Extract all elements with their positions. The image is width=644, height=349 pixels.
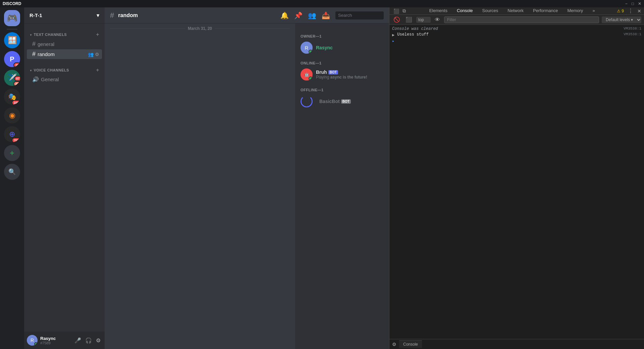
find-server-button[interactable]: 🔍 xyxy=(4,164,20,180)
channel-header: # random 🔔 📌 👥 📥 Search xyxy=(105,7,389,23)
text-channels-category[interactable]: TEXT CHANNELS + xyxy=(24,26,105,39)
devtools-more-options[interactable]: ⋮ xyxy=(628,8,633,14)
member-avatar-bruh: 🤖 xyxy=(301,68,313,81)
devtools-title-tabs: Elements Console Sources Network Perform… xyxy=(425,6,600,16)
messages-area: March 31, 20 xyxy=(105,23,295,349)
search-placeholder: Search xyxy=(338,13,352,18)
server-list-divider xyxy=(7,29,17,30)
server-icon-purple[interactable]: P 38 xyxy=(4,51,20,67)
close-button[interactable]: ✕ xyxy=(638,1,641,6)
content-area: March 31, 20 OWNER—1 R Rasync xyxy=(105,23,389,349)
channel-name-general: general xyxy=(38,41,54,47)
devtools-dock-button[interactable]: ⬛ xyxy=(392,8,400,14)
server-icon-discord-home[interactable]: 🎮 xyxy=(4,10,20,26)
console-filter-input[interactable] xyxy=(444,16,599,23)
eye-button[interactable]: 👁 xyxy=(433,16,441,23)
deafen-button[interactable]: 🎧 xyxy=(84,336,93,345)
member-avatar-rasync: R xyxy=(301,42,313,54)
mute-button[interactable]: 🎤 xyxy=(73,336,83,345)
date-separator: March 31, 20 xyxy=(110,26,290,31)
context-select[interactable]: top xyxy=(416,17,431,23)
member-item-rasync[interactable]: R Rasync xyxy=(298,40,386,56)
console-prompt-symbol: ▸ xyxy=(392,39,394,44)
console-prompt-line[interactable]: ▸ xyxy=(389,38,644,44)
expand-triangle[interactable]: ▶ xyxy=(392,33,394,38)
clear-console-button[interactable]: 🚫 xyxy=(392,16,401,23)
server-icon-travel[interactable]: ✈️ 87 42 xyxy=(4,70,20,86)
members-panel: OWNER—1 R Rasync ONLINE—1 🤖 xyxy=(295,23,389,349)
add-server-button[interactable]: + xyxy=(4,145,20,161)
devtools-tab-elements[interactable]: Elements xyxy=(425,6,452,16)
server-icon-target[interactable]: ⊕ 703 xyxy=(4,126,20,142)
channel-item-voice-general[interactable]: 🔊 General xyxy=(27,75,102,84)
member-info-rasync: Rasync xyxy=(316,45,384,51)
voice-channel-name-general: General xyxy=(41,77,59,82)
channel-settings-button[interactable]: ⚙ xyxy=(95,52,99,57)
plus-icon: + xyxy=(10,148,14,158)
add-text-channel-button[interactable]: + xyxy=(96,32,99,38)
member-list-button[interactable]: 👥 xyxy=(308,11,316,19)
devtools-tab-sources[interactable]: Sources xyxy=(478,6,503,16)
date-separator-text: March 31, 20 xyxy=(188,26,212,31)
channel-header-name: random xyxy=(118,12,138,18)
user-settings-button[interactable]: ⚙ xyxy=(95,336,102,345)
server-icon-game[interactable]: 🎭 106 xyxy=(4,89,20,105)
member-item-basicbot[interactable]: BasicBot BOT xyxy=(298,93,386,109)
console-input-area[interactable] xyxy=(397,39,641,43)
hash-icon-random: # xyxy=(32,51,36,58)
member-item-bruh[interactable]: 🤖 Bruh BOT Playing async is the future! xyxy=(298,66,386,83)
minimize-button[interactable]: − xyxy=(625,1,628,6)
server-icon-windows[interactable]: 🪟 xyxy=(4,32,20,48)
devtools-tab-more[interactable]: » xyxy=(588,6,599,16)
devtools-tab-network[interactable]: Network xyxy=(503,6,528,16)
server-badge-87: 87 xyxy=(14,76,20,81)
devtools-tab-console[interactable]: Console xyxy=(452,6,478,16)
console-line-cleared: Console was cleared VM3538:1 xyxy=(389,26,644,32)
console-settings-icon[interactable]: ⚙ xyxy=(392,342,396,347)
server-badge-703: 703 xyxy=(12,138,20,142)
owner-category: OWNER—1 xyxy=(298,29,386,40)
channel-header-hash-icon: # xyxy=(110,11,114,20)
channel-sidebar: R-T-1 ▾ TEXT CHANNELS + # general # rand… xyxy=(24,7,105,349)
devtools-bottom-bar: ⚙ Console xyxy=(389,339,644,349)
devtools-undock-button[interactable]: ⧉ xyxy=(401,7,407,14)
channel-item-random[interactable]: # random 👥 ⚙ xyxy=(27,49,102,59)
notification-button[interactable]: 🔔 xyxy=(280,11,289,19)
basicbot-avatar-wrapper xyxy=(301,95,313,107)
log-level-select[interactable]: Default levels ▾ xyxy=(602,16,641,23)
manage-members-button[interactable]: 👥 xyxy=(88,52,94,57)
text-channels-label: TEXT CHANNELS xyxy=(34,33,67,37)
member-name-basicbot: BasicBot xyxy=(319,99,340,104)
inbox-button[interactable]: 📥 xyxy=(322,11,330,19)
server-badge-purple: 38 xyxy=(13,62,20,67)
console-bottom-tab[interactable]: Console xyxy=(399,340,422,348)
member-info-bruh: Bruh BOT Playing async is the future! xyxy=(316,69,384,80)
server-dropdown-icon: ▾ xyxy=(97,12,99,18)
inspect-button[interactable]: ⬛ xyxy=(404,16,414,23)
server-header[interactable]: R-T-1 ▾ xyxy=(24,7,105,23)
app-name: DISCORD xyxy=(3,1,21,6)
member-status-bruh xyxy=(309,77,313,81)
devtools-close-button[interactable]: ✕ xyxy=(637,8,641,14)
header-tools: 🔔 📌 👥 📥 Search xyxy=(280,11,384,19)
add-voice-channel-button[interactable]: + xyxy=(96,67,99,73)
channel-item-general[interactable]: # general xyxy=(27,39,102,49)
maximize-button[interactable]: □ xyxy=(632,1,634,6)
devtools-tab-memory[interactable]: Memory xyxy=(562,6,588,16)
user-area: R Rasync #7589 🎤 🎧 ⚙ xyxy=(24,332,105,349)
console-line-object[interactable]: ▶ Useless stuff VM3538:1 xyxy=(389,32,644,38)
server-badge-106: 106 xyxy=(12,100,20,105)
search-bar[interactable]: Search xyxy=(335,11,384,19)
pinned-messages-button[interactable]: 📌 xyxy=(294,11,303,19)
user-discriminator: #7589 xyxy=(40,341,70,345)
channel-actions-random: 👥 ⚙ xyxy=(88,52,99,57)
devtools-tab-performance[interactable]: Performance xyxy=(528,6,562,16)
channel-name-random: random xyxy=(38,51,55,57)
user-info: Rasync #7589 xyxy=(40,336,70,345)
voice-channels-category[interactable]: VOICE CHANNELS + xyxy=(24,62,105,74)
member-name-bruh: Bruh xyxy=(316,69,327,75)
console-object-text: Useless stuff xyxy=(397,32,621,37)
server-icon-knime[interactable]: ◉ xyxy=(4,107,20,123)
console-file-object: VM3538:1 xyxy=(624,32,641,36)
server-letter: P xyxy=(10,55,14,63)
